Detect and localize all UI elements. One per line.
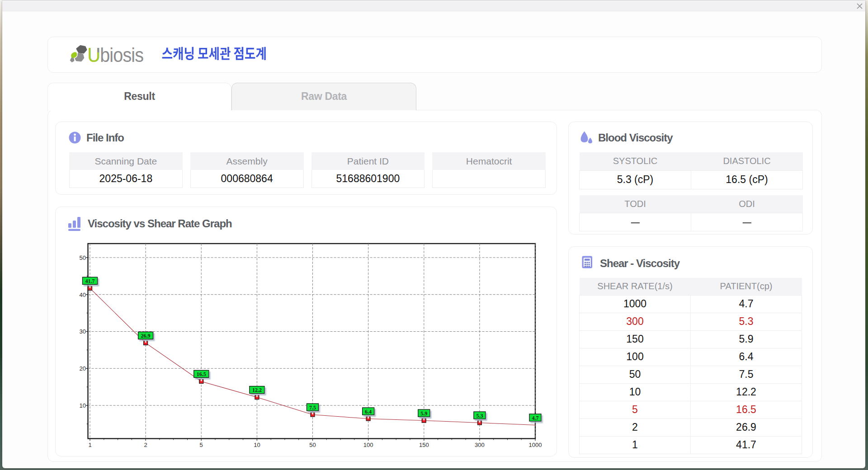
svg-text:10: 10 (254, 442, 260, 448)
svg-text:300: 300 (475, 442, 485, 448)
svg-text:26.9: 26.9 (141, 333, 151, 339)
svg-text:5: 5 (200, 442, 203, 448)
svg-text:5.3: 5.3 (476, 413, 483, 419)
svg-text:41.7: 41.7 (85, 278, 95, 284)
svg-text:2: 2 (144, 442, 147, 448)
svg-text:1000: 1000 (529, 442, 542, 448)
svg-text:5.9: 5.9 (420, 410, 427, 417)
svg-text:4.7: 4.7 (532, 415, 539, 421)
svg-text:1: 1 (88, 442, 91, 448)
svg-text:10: 10 (80, 402, 86, 409)
svg-text:30: 30 (80, 328, 86, 335)
svg-text:40: 40 (80, 291, 86, 298)
svg-text:12.2: 12.2 (252, 387, 262, 393)
svg-text:50: 50 (309, 442, 316, 448)
svg-text:16.5: 16.5 (197, 371, 206, 377)
svg-text:20: 20 (80, 365, 86, 372)
svg-text:6.4: 6.4 (365, 409, 372, 415)
svg-text:150: 150 (419, 442, 429, 448)
svg-text:100: 100 (363, 442, 373, 448)
svg-text:50: 50 (80, 254, 86, 261)
svg-text:7.5: 7.5 (309, 404, 316, 411)
